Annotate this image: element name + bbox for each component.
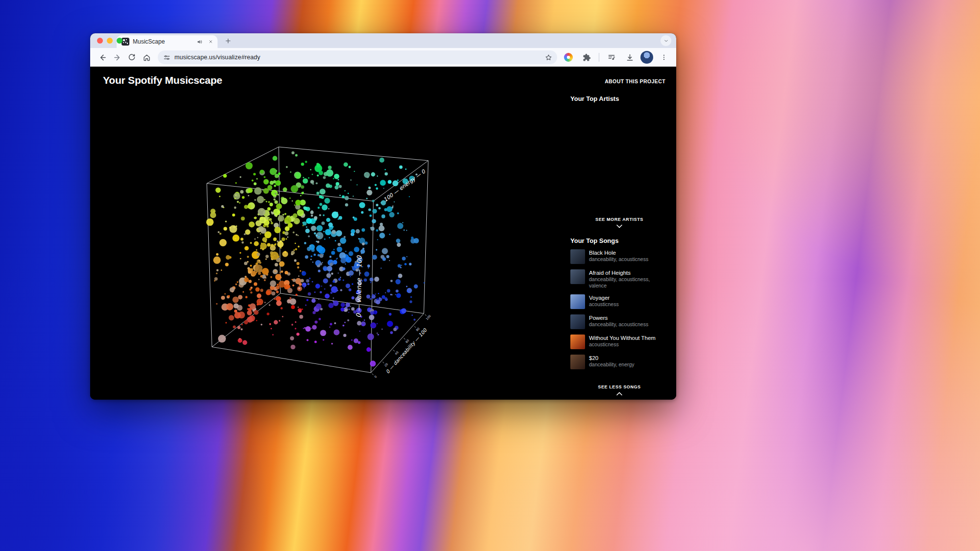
song-meta: Powers danceability, acousticness [589, 314, 648, 328]
media-controls-icon [608, 53, 615, 61]
song-meta: Voyager acousticness [589, 294, 619, 308]
star-icon [545, 54, 552, 61]
song-meta: Without You Without Them acousticness [589, 335, 656, 348]
svg-text:40: 40 [394, 350, 399, 355]
minimize-window-button[interactable] [107, 38, 113, 44]
extension-color-wheel-icon [564, 53, 573, 62]
song-features: danceability, energy [589, 361, 635, 368]
reload-icon [128, 53, 136, 61]
tab-audio-icon[interactable] [196, 38, 203, 46]
song-art [570, 294, 585, 309]
puzzle-icon [583, 53, 591, 62]
sidebar: Your Top Artists SEE MORE ARTISTS Your T… [570, 67, 676, 400]
song-art [570, 314, 585, 329]
songs-list: Black Hole danceability, acousticness Af… [570, 249, 668, 369]
media-controls-button[interactable] [604, 50, 619, 65]
song-art [570, 249, 585, 264]
song-row[interactable]: Powers danceability, acousticness [570, 314, 668, 329]
tab-list-chevron-button[interactable] [661, 35, 671, 46]
song-title: Voyager [589, 294, 619, 301]
forward-button[interactable] [110, 50, 124, 65]
extensions-button[interactable] [579, 50, 594, 65]
song-meta: $20 danceability, energy [589, 355, 635, 368]
song-art [570, 269, 585, 284]
pinned-extension-button[interactable] [561, 50, 576, 65]
song-row[interactable]: Afraid of Heights danceability, acoustic… [570, 269, 668, 289]
top-songs-heading: Your Top Songs [570, 237, 668, 244]
tab-favicon-icon [122, 38, 129, 46]
song-title: Black Hole [589, 249, 648, 256]
bookmark-star-button[interactable] [544, 53, 552, 61]
browser-tab[interactable]: MusicScape [117, 35, 218, 48]
forward-arrow-icon [113, 53, 122, 62]
browser-window: MusicScape [90, 33, 676, 400]
top-artists-heading: Your Top Artists [570, 95, 668, 102]
kebab-menu-icon [661, 54, 667, 61]
browser-toolbar: musicscape.us/visualize#ready [90, 48, 676, 67]
close-window-button[interactable] [97, 38, 103, 44]
song-art [570, 355, 585, 369]
menu-button[interactable] [657, 50, 671, 65]
url-text: musicscape.us/visualize#ready [174, 54, 540, 61]
plus-icon [225, 38, 231, 44]
url-bar[interactable]: musicscape.us/visualize#ready [158, 50, 557, 64]
back-arrow-icon [98, 53, 107, 62]
new-tab-button[interactable] [221, 34, 234, 47]
song-features: acousticness [589, 341, 656, 348]
see-less-songs-label: SEE LESS SONGS [598, 384, 640, 389]
song-row[interactable]: Black Hole danceability, acousticness [570, 249, 668, 264]
see-more-artists-label: SEE MORE ARTISTS [595, 217, 643, 222]
svg-text:20: 20 [384, 362, 389, 367]
toolbar-right-icons [561, 50, 671, 65]
svg-text:100 — energy — 0: 100 — energy — 0 [382, 168, 427, 203]
musicscape-3d-plot[interactable]: 0 — valence — 100100 — energy — 00204060… [196, 123, 470, 384]
song-meta: Black Hole danceability, acousticness [589, 249, 648, 263]
artist-grid [570, 105, 668, 217]
song-features: danceability, acousticness [589, 256, 648, 263]
tab-title: MusicScape [133, 38, 192, 45]
toolbar-divider [599, 53, 599, 62]
see-less-songs-button[interactable]: SEE LESS SONGS [570, 382, 668, 396]
chevron-up-icon [616, 392, 623, 396]
song-title: Without You Without Them [589, 335, 656, 341]
song-row[interactable]: Without You Without Them acousticness [570, 335, 668, 349]
tab-strip: MusicScape [90, 33, 676, 48]
svg-text:0 — valence — 100: 0 — valence — 100 [355, 255, 363, 317]
see-more-artists-button[interactable]: SEE MORE ARTISTS [570, 217, 668, 228]
back-button[interactable] [95, 50, 110, 65]
window-controls [97, 38, 122, 44]
profile-avatar[interactable] [640, 51, 653, 64]
song-row[interactable]: $20 danceability, energy [570, 355, 668, 369]
song-features: acousticness [589, 301, 619, 308]
svg-text:0: 0 [373, 375, 377, 379]
chevron-down-icon [616, 224, 623, 228]
song-row[interactable]: Voyager acousticness [570, 294, 668, 309]
home-icon [143, 53, 151, 62]
svg-text:100: 100 [425, 314, 432, 320]
download-icon [626, 53, 634, 62]
downloads-button[interactable] [622, 50, 637, 65]
svg-text:80: 80 [415, 327, 420, 332]
reload-button[interactable] [124, 50, 139, 65]
chevron-down-icon [663, 38, 669, 44]
song-title: Powers [589, 314, 648, 321]
svg-text:60: 60 [405, 338, 410, 343]
page-title: Your Spotify Musicscape [103, 74, 222, 86]
song-art [570, 335, 585, 349]
home-button[interactable] [139, 50, 154, 65]
song-features: danceability, acousticness [589, 321, 648, 328]
fullscreen-window-button[interactable] [117, 38, 122, 44]
site-settings-icon[interactable] [163, 53, 171, 61]
page-content: Your Spotify Musicscape ABOUT THIS PROJE… [90, 67, 676, 400]
song-features: danceability, acousticness, valence [589, 276, 668, 289]
song-title: Afraid of Heights [589, 269, 668, 276]
tab-close-icon[interactable] [207, 38, 215, 46]
song-meta: Afraid of Heights danceability, acoustic… [589, 269, 668, 289]
desktop-wallpaper: MusicScape [0, 0, 980, 551]
song-title: $20 [589, 355, 635, 361]
